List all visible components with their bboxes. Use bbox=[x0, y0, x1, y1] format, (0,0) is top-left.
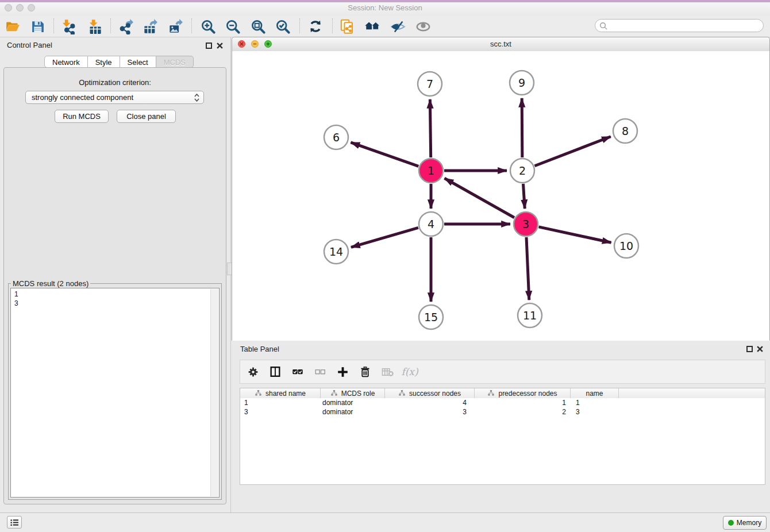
graph-node-label: 6 bbox=[333, 131, 340, 144]
graph-edge-1-6[interactable] bbox=[351, 142, 418, 166]
graph-node-14[interactable]: 14 bbox=[324, 240, 348, 264]
graph-node-9[interactable]: 9 bbox=[510, 71, 534, 95]
gear-icon[interactable] bbox=[246, 365, 260, 379]
graph-node-label: 15 bbox=[424, 311, 438, 323]
go-home-icon[interactable] bbox=[362, 17, 383, 36]
optimization-criterion-select[interactable]: strongly connected component bbox=[25, 91, 204, 104]
graph-node-7[interactable]: 7 bbox=[418, 72, 442, 96]
column-header-mcds-role[interactable]: MCDS role bbox=[321, 388, 385, 398]
zoom-in-icon[interactable] bbox=[198, 17, 218, 36]
table-cell[interactable]: dominator bbox=[321, 407, 385, 417]
table-panel-float-icon[interactable] bbox=[746, 346, 753, 352]
graph-edge-3-11[interactable] bbox=[526, 237, 529, 300]
import-network-icon[interactable] bbox=[57, 17, 78, 36]
search-box[interactable] bbox=[595, 19, 764, 32]
mcds-result-scrollbar[interactable] bbox=[210, 289, 218, 496]
table-row[interactable]: 1dominator411 bbox=[240, 398, 765, 407]
control-panel-close-icon[interactable] bbox=[217, 43, 223, 49]
close-panel-button[interactable]: Close panel bbox=[117, 110, 176, 123]
function-builder-icon: f(x) bbox=[403, 365, 417, 379]
column-header-predecessor-nodes[interactable]: predecessor nodes bbox=[475, 388, 571, 398]
mcds-result-lines: 13 bbox=[14, 290, 18, 308]
tab-style[interactable]: Style bbox=[88, 56, 120, 68]
graph-node-4[interactable]: 4 bbox=[419, 212, 443, 236]
main-toolbar bbox=[0, 16, 770, 37]
save-session-icon[interactable] bbox=[27, 17, 48, 36]
task-history-button[interactable] bbox=[7, 516, 22, 529]
zoom-selected-icon[interactable] bbox=[272, 17, 293, 36]
graph-node-15[interactable]: 15 bbox=[419, 305, 443, 329]
title-bar: Session: New Session bbox=[0, 0, 770, 17]
toolbar-separator bbox=[191, 18, 192, 33]
optimization-criterion-label: Optimization criterion: bbox=[0, 78, 230, 87]
tab-mcds[interactable]: MCDS bbox=[156, 56, 194, 68]
mcds-result-list[interactable]: 13 bbox=[10, 288, 220, 498]
graph-node-11[interactable]: 11 bbox=[518, 303, 542, 327]
table-body: 1dominator4113dominator323 bbox=[240, 398, 765, 485]
add-column-icon[interactable] bbox=[336, 365, 349, 379]
export-network-icon[interactable] bbox=[115, 17, 136, 36]
import-table-icon[interactable] bbox=[84, 17, 105, 36]
graph-node-label: 2 bbox=[519, 164, 526, 177]
open-session-icon[interactable] bbox=[2, 17, 23, 36]
toolbar-separator bbox=[299, 18, 300, 33]
graph-edge-2-9[interactable] bbox=[522, 98, 522, 157]
table-cell[interactable]: 1 bbox=[240, 398, 321, 407]
table-toolbar: f(x) bbox=[240, 360, 765, 384]
columns-icon[interactable] bbox=[268, 365, 282, 379]
graph-edge-2-3[interactable] bbox=[523, 184, 525, 209]
delete-column-icon[interactable] bbox=[358, 365, 372, 379]
column-header-label: predecessor nodes bbox=[498, 390, 557, 398]
table-cell[interactable]: 1 bbox=[475, 398, 571, 407]
application-window: Session: New Session bbox=[0, 0, 770, 532]
apply-layout-icon[interactable] bbox=[305, 17, 326, 36]
column-tree-icon bbox=[487, 390, 495, 397]
clone-network-icon[interactable] bbox=[337, 17, 357, 36]
graph-node-3[interactable]: 3 bbox=[514, 212, 538, 236]
graph-edge-4-14[interactable] bbox=[351, 228, 418, 247]
graph-node-8[interactable]: 8 bbox=[613, 119, 637, 143]
table-cell[interactable]: 2 bbox=[475, 407, 571, 417]
table-cell[interactable]: 1 bbox=[571, 398, 619, 407]
network-canvas[interactable]: 7968124314101511 bbox=[232, 51, 769, 341]
network-window-titlebar[interactable]: scc.txt bbox=[232, 37, 769, 52]
memory-status-icon bbox=[728, 520, 734, 526]
graph-edge-2-8[interactable] bbox=[534, 137, 610, 166]
graph-node-2[interactable]: 2 bbox=[510, 159, 534, 183]
column-tree-icon bbox=[398, 390, 406, 397]
run-mcds-button[interactable]: Run MCDS bbox=[55, 110, 109, 123]
table-cell[interactable]: 3 bbox=[385, 407, 475, 417]
search-input[interactable] bbox=[610, 20, 759, 32]
graph-edge-3-1[interactable] bbox=[445, 178, 514, 217]
memory-button[interactable]: Memory bbox=[723, 516, 767, 530]
table-cell[interactable]: dominator bbox=[321, 398, 385, 407]
table-row[interactable]: 3dominator323 bbox=[240, 407, 765, 417]
table-cell[interactable]: 3 bbox=[571, 407, 619, 417]
column-header-name[interactable]: name bbox=[571, 388, 619, 398]
deselect-all-icon[interactable] bbox=[313, 365, 327, 379]
column-header-successor-nodes[interactable]: successor nodes bbox=[385, 388, 475, 398]
tab-select[interactable]: Select bbox=[120, 56, 156, 68]
hide-selected-icon[interactable] bbox=[387, 17, 408, 36]
graph-edge-1-7[interactable] bbox=[430, 99, 430, 157]
select-all-icon[interactable] bbox=[291, 365, 305, 379]
column-header-shared-name[interactable]: shared name bbox=[240, 388, 321, 398]
network-window-title: scc.txt bbox=[232, 40, 769, 48]
table-panel-close-icon[interactable] bbox=[757, 346, 763, 352]
table-cell[interactable]: 4 bbox=[385, 398, 475, 407]
column-header-label: shared name bbox=[265, 390, 306, 398]
zoom-out-icon[interactable] bbox=[222, 17, 243, 36]
tab-network[interactable]: Network bbox=[44, 56, 88, 68]
export-image-icon[interactable] bbox=[165, 17, 186, 36]
export-table-icon[interactable] bbox=[140, 17, 160, 36]
graph-node-1[interactable]: 1 bbox=[419, 159, 443, 183]
control-panel-tabs: Network Style Select MCDS bbox=[44, 56, 194, 68]
control-panel-float-icon[interactable] bbox=[206, 43, 212, 49]
graph-node-10[interactable]: 10 bbox=[614, 234, 638, 258]
graph-edge-3-10[interactable] bbox=[538, 227, 611, 242]
graph-node-label: 7 bbox=[426, 78, 433, 90]
table-cell[interactable]: 3 bbox=[240, 407, 321, 417]
zoom-fit-icon[interactable] bbox=[248, 17, 268, 36]
show-all-icon[interactable] bbox=[413, 17, 433, 36]
graph-node-6[interactable]: 6 bbox=[324, 125, 348, 149]
